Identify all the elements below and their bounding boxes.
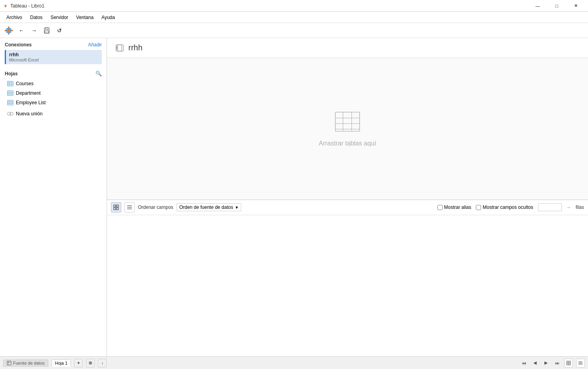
maximize-button[interactable]: □ (548, 0, 566, 12)
title-bar: ✦ Tableau - Libro1 — □ ✕ (0, 0, 588, 12)
svg-rect-49 (567, 361, 568, 363)
svg-point-25 (10, 112, 13, 115)
sheet-name-employee-list: Employee List (16, 100, 46, 105)
svg-rect-8 (45, 31, 49, 33)
show-alias-label: Mostrar alias (444, 205, 472, 210)
menu-archivo[interactable]: Archivo (3, 13, 25, 22)
filas-label: filas (576, 205, 584, 210)
datasource-tab[interactable]: Fuente de datos (3, 359, 48, 367)
table-icon-employee-list (7, 99, 13, 106)
export-sheet-button[interactable]: ↓ (98, 359, 107, 367)
connections-header: Conexiones Añadir (5, 42, 102, 48)
dropdown-arrow-icon: ▼ (235, 205, 239, 210)
back-button[interactable]: ← (16, 25, 27, 36)
sort-option-text: Orden de fuente de datos (179, 205, 233, 210)
search-sheets-icon[interactable]: 🔍 (95, 71, 102, 76)
svg-rect-41 (114, 208, 116, 210)
drop-target: Arrastrar tablas aquí (319, 110, 376, 147)
union-label: Nueva unión (16, 111, 42, 117)
sheets-header: Hojas 🔍 (5, 71, 102, 76)
forward-button[interactable]: → (29, 25, 40, 36)
svg-rect-42 (116, 208, 118, 210)
svg-rect-6 (44, 28, 49, 33)
source-icon (115, 43, 124, 53)
title-bar-left: ✦ Tableau - Libro1 (3, 3, 44, 9)
sheet-tab-label: Hoja 1 (55, 361, 68, 365)
union-item[interactable]: Nueva unión (5, 109, 102, 119)
sheets-title: Hojas (5, 71, 18, 76)
svg-rect-39 (114, 205, 116, 207)
source-name: rrhh (128, 43, 143, 52)
status-list-view[interactable] (576, 359, 585, 367)
datasource-tab-label: Fuente de datos (13, 361, 45, 365)
status-bar: Fuente de datos Hoja 1 + ⊞ ↓ ⏮ ◀ ▶ ⏭ (0, 356, 588, 369)
sort-dropdown[interactable]: Orden de fuente de datos ▼ (176, 203, 241, 211)
minimize-button[interactable]: — (529, 0, 547, 12)
table-icon-department (7, 90, 13, 96)
sheets-section: Hojas 🔍 Courses (0, 67, 107, 356)
drop-text: Arrastrar tablas aquí (319, 140, 376, 147)
table-icon-courses (7, 80, 13, 87)
connection-type: Microsoft Excel (9, 57, 99, 62)
nav-prev-button[interactable]: ◀ (531, 359, 539, 367)
svg-rect-4 (6, 28, 11, 29)
sidebar: Conexiones Añadir rrhh Microsoft Excel H… (0, 38, 107, 356)
title-bar-controls: — □ ✕ (529, 0, 585, 12)
show-hidden-checkbox[interactable]: Mostrar campos ocultos (476, 205, 533, 210)
list-view-button[interactable] (124, 202, 135, 212)
datasource-tab-icon (7, 361, 11, 365)
nav-first-button[interactable]: ⏮ (520, 359, 528, 367)
connection-name: rrhh (9, 52, 99, 57)
show-hidden-label: Mostrar campos ocultos (483, 205, 533, 210)
connections-title: Conexiones (5, 42, 32, 48)
sheet-item-employee-list[interactable]: Employee List (5, 98, 102, 107)
duplicate-sheet-button[interactable]: ⊞ (86, 359, 95, 367)
connections-section: Conexiones Añadir rrhh Microsoft Excel (0, 38, 107, 67)
svg-rect-5 (6, 32, 11, 33)
sheet-name-department: Department (16, 90, 41, 96)
menu-servidor[interactable]: Servidor (47, 13, 71, 22)
svg-rect-50 (569, 361, 571, 363)
toolbar: ← → ↺ (0, 23, 588, 38)
svg-rect-14 (8, 91, 13, 96)
canvas-area[interactable]: Arrastrar tablas aquí (107, 58, 588, 200)
connection-item-rrhh[interactable]: rrhh Microsoft Excel (5, 50, 102, 64)
svg-rect-46 (7, 361, 11, 365)
nav-last-button[interactable]: ⏭ (553, 359, 561, 367)
svg-rect-33 (335, 112, 359, 131)
nav-next-button[interactable]: ▶ (542, 359, 550, 367)
app-logo: ✦ (3, 3, 8, 9)
show-hidden-input[interactable] (476, 205, 481, 210)
content-area: rrhh Arrastrar tablas aquí (107, 38, 588, 356)
data-grid-area (107, 215, 588, 357)
show-alias-checkbox[interactable]: Mostrar alias (437, 205, 472, 210)
source-header: rrhh (107, 38, 588, 58)
status-grid-view[interactable] (564, 359, 573, 367)
arrow-icon: → (567, 205, 571, 210)
rows-input[interactable] (538, 203, 562, 211)
svg-rect-19 (8, 100, 13, 105)
right-options: Mostrar alias Mostrar campos ocultos → f… (437, 203, 584, 211)
tableau-logo (3, 25, 14, 36)
menu-ventana[interactable]: Ventana (73, 13, 97, 22)
app-title: Tableau - Libro1 (10, 3, 44, 9)
data-toolbar: Ordenar campos Orden de fuente de datos … (107, 200, 588, 215)
refresh-button[interactable]: ↺ (54, 25, 65, 36)
main-layout: Conexiones Añadir rrhh Microsoft Excel H… (0, 38, 588, 356)
close-button[interactable]: ✕ (567, 0, 585, 12)
svg-rect-52 (569, 363, 571, 365)
menu-ayuda[interactable]: Ayuda (98, 13, 118, 22)
sheet-item-courses[interactable]: Courses (5, 79, 102, 88)
sheet-item-department[interactable]: Department (5, 88, 102, 98)
sheet-tab[interactable]: Hoja 1 (52, 359, 71, 367)
svg-rect-51 (567, 363, 568, 365)
save-button[interactable] (41, 25, 52, 36)
show-alias-input[interactable] (437, 205, 443, 210)
svg-rect-9 (8, 81, 13, 86)
status-right: ⏮ ◀ ▶ ⏭ (520, 359, 585, 367)
grid-view-button[interactable] (111, 202, 121, 212)
sort-label: Ordenar campos (138, 205, 173, 210)
menu-datos[interactable]: Datos (27, 13, 46, 22)
add-sheet-button[interactable]: + (74, 359, 83, 367)
add-connection-button[interactable]: Añadir (88, 42, 102, 48)
